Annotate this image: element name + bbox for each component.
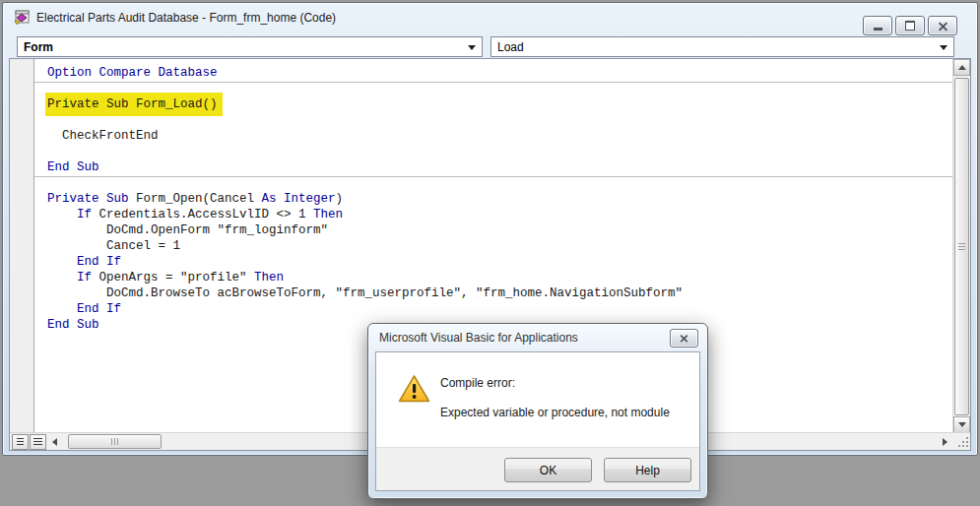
code-line: Private Sub Form_Load() [47,96,953,112]
code-line: End If [47,301,953,317]
code-token: DoCmd.BrowseTo acBrowseToForm, "frm_user… [47,286,683,300]
thumb-grip-icon [958,243,965,251]
arrow-right-icon [943,438,947,446]
code-line: End If [47,254,953,270]
code-line: CheckFrontEnd [47,128,953,144]
code-token [47,255,77,269]
chevron-down-icon [940,45,947,50]
dialog-close-button[interactable] [670,329,698,348]
vertical-scroll-thumb[interactable] [954,78,969,415]
procedure-combobox-value: Load [497,40,524,54]
error-title: Compile error: [440,376,670,390]
dialog-client-area: Compile error: Expected variable or proc… [375,351,700,491]
vertical-scrollbar[interactable] [952,59,970,433]
code-keyword: Then [313,208,343,221]
close-icon [939,22,947,31]
full-module-view-button[interactable] [30,434,46,450]
code-line: DoCmd.BrowseTo acBrowseToForm, "frm_user… [47,285,953,301]
code-token: OpenArgs = "profile" [99,271,255,285]
restore-button[interactable] [895,16,925,35]
dialog-message-area: Compile error: Expected variable or proc… [376,352,699,447]
code-line: Cancel = 1 [47,238,953,254]
indicator-margin[interactable] [10,59,34,433]
help-button[interactable]: Help [604,458,691,482]
code-line [47,175,953,191]
code-token: CheckFrontEnd [47,129,159,143]
resize-grip-icon[interactable] [956,435,968,447]
dialog-footer: OK Help [376,447,699,490]
window-titlebar[interactable]: Electrical Parts Audit Database - Form_f… [3,3,977,32]
procedure-separator [34,176,953,177]
code-keyword: End If [77,302,121,316]
code-keyword: If [77,208,99,221]
window-title: Electrical Parts Audit Database - Form_f… [36,11,336,25]
code-token: ) [336,192,344,206]
arrow-up-icon [958,65,966,70]
code-keyword: Private Sub [47,192,136,206]
code-token: Credentials.AccessLvlID <> 1 [99,208,314,221]
chevron-down-icon [468,45,476,50]
scroll-left-button[interactable] [47,433,62,450]
object-combobox[interactable]: Form [17,36,483,57]
scroll-up-button[interactable] [953,59,970,76]
arrow-left-icon [52,438,57,446]
object-combobox-value: Form [24,40,53,54]
code-line: If OpenArgs = "profile" Then [47,270,953,285]
procedure-separator [34,82,953,83]
error-dialog: Microsoft Visual Basic for Applications [367,323,708,499]
procedure-combobox[interactable]: Load [490,36,954,57]
code-token: Private Sub Form_Load() [47,97,218,111]
procedure-view-icon [17,438,24,446]
code-text: Option Compare Database Private Sub Form… [34,59,953,333]
code-line: Private Sub Form_Open(Cancel As Integer) [47,191,953,207]
code-keyword: If [77,271,99,285]
code-token: Form_Open(Cancel [136,192,262,206]
full-module-view-icon [33,438,42,446]
scroll-right-button[interactable] [937,433,953,450]
code-keyword: Option Compare Database [47,66,218,80]
execution-highlight: Private Sub Form_Load() [45,93,223,116]
minimize-icon [874,28,882,31]
close-icon [681,335,688,343]
code-token [47,208,77,221]
code-line: DoCmd.OpenForm "frm_loginform" [47,222,953,238]
procedure-view-button[interactable] [12,434,29,450]
code-line: End Sub [47,159,953,175]
close-button[interactable] [928,16,957,35]
form-code-icon [14,10,31,26]
horizontal-scroll-thumb[interactable] [68,434,162,449]
code-keyword: As Integer [262,192,336,206]
arrow-down-icon [958,422,966,427]
code-keyword: Then [254,271,284,285]
scroll-down-button[interactable] [953,416,970,433]
dialog-title: Microsoft Visual Basic for Applications [379,331,578,345]
warning-icon [398,374,430,404]
code-token [47,271,77,285]
code-line: If Credentials.AccessLvlID <> 1 Then [47,207,953,222]
error-message: Expected variable or procedure, not modu… [440,406,670,419]
code-token: Cancel = 1 [47,239,180,253]
minimize-button[interactable] [863,16,892,35]
dialog-titlebar[interactable]: Microsoft Visual Basic for Applications [368,324,707,351]
restore-icon [905,21,915,31]
code-keyword: End If [77,255,121,269]
code-line: Option Compare Database [47,65,953,81]
code-line [47,144,953,159]
code-token [47,302,77,316]
code-keyword: End Sub [47,318,99,332]
code-keyword: End Sub [47,160,99,174]
code-token: DoCmd.OpenForm "frm_loginform" [47,223,328,237]
ok-button[interactable]: OK [504,458,592,482]
thumb-grip-icon [111,438,119,445]
